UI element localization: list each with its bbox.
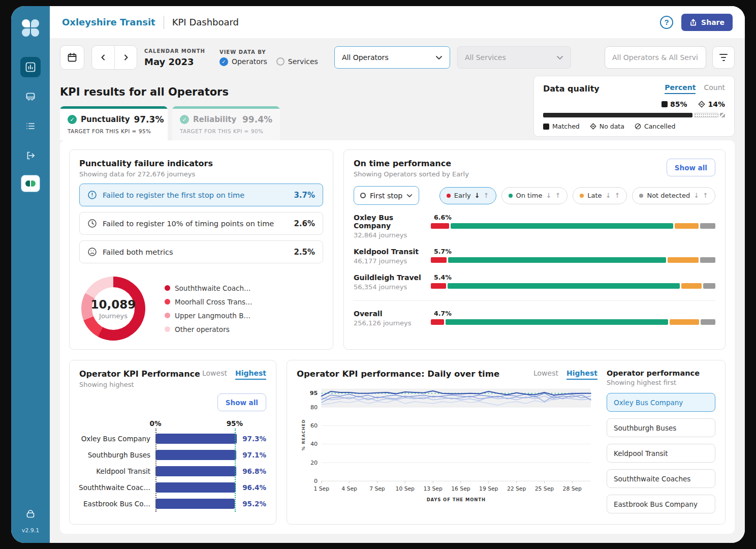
daily-title: Operator KPI performance: Daily over tim… <box>297 369 499 379</box>
failure-row-both-metrics[interactable]: Failed both metrics2.5% <box>79 240 323 263</box>
sort-desc-icon[interactable]: ↓ <box>475 192 480 199</box>
okp-category-labels: Oxley Bus Company Southburgh Buses Keldp… <box>79 431 155 512</box>
sort-chip-early[interactable]: Early↓↑ <box>439 187 496 204</box>
check-circle-icon: ✓ <box>180 115 189 124</box>
share-button[interactable]: Share <box>681 14 733 31</box>
nav-list[interactable] <box>20 116 41 136</box>
stacked-bar <box>431 319 715 325</box>
svg-text:13 Sep: 13 Sep <box>423 485 443 492</box>
late-dot-icon <box>580 194 584 198</box>
calendar-button[interactable] <box>60 45 84 70</box>
daily-toggle-lowest[interactable]: Lowest <box>533 369 558 377</box>
bar <box>155 499 235 509</box>
cancelled-segment <box>720 113 725 117</box>
filter-button[interactable] <box>712 46 735 69</box>
search-input[interactable] <box>605 46 706 69</box>
svg-text:20: 20 <box>310 460 318 466</box>
svg-text:40: 40 <box>310 441 318 447</box>
dq-toggle-count[interactable]: Count <box>704 83 725 94</box>
calendar-icon <box>67 52 78 63</box>
calendar-month-value: May 2023 <box>144 56 205 67</box>
section-title: KPI results for all Operators <box>60 86 533 98</box>
app-glyph-icon <box>25 180 30 187</box>
ontime-show-all-button[interactable]: Show all <box>667 159 715 176</box>
top-header: Oxleyshire Transit KPI Dashboard ? Share <box>50 6 745 38</box>
svg-text:DAYS OF THE MONTH: DAYS OF THE MONTH <box>427 497 486 502</box>
svg-text:28 Sep: 28 Sep <box>563 485 582 492</box>
operator-button-southburgh[interactable]: Southburgh Buses <box>607 418 715 437</box>
check-circle-icon: ✓ <box>68 115 77 124</box>
on-time-dot-icon <box>509 194 513 198</box>
divider <box>354 300 715 301</box>
sort-asc-icon[interactable]: ↑ <box>703 192 708 199</box>
radio-services[interactable]: Services <box>276 57 318 66</box>
next-month-button[interactable] <box>114 46 137 69</box>
month-stepper <box>91 45 137 70</box>
operator-button-eastbrook[interactable]: Eastbrook Bus Company <box>607 495 715 513</box>
sort-desc-icon[interactable]: ↓ <box>694 192 699 199</box>
failure-row-timing-points[interactable]: Failed to register 10% of timing points … <box>79 212 323 235</box>
nav-app-launcher[interactable] <box>21 175 40 192</box>
not-detected-dot-icon <box>639 194 643 198</box>
app-glyph-icon <box>31 180 36 187</box>
no-data-diamond-icon <box>698 101 705 108</box>
sad-face-icon <box>87 247 97 257</box>
operators-dropdown[interactable]: All Operators <box>334 46 450 69</box>
okp-toggle-highest[interactable]: Highest <box>235 369 266 380</box>
toolbar: CALENDAR MONTH May 2023 VIEW DATA BY ✓Op… <box>60 45 735 70</box>
okp-show-all-button[interactable]: Show all <box>217 393 266 411</box>
radio-operators[interactable]: ✓Operators <box>219 57 267 66</box>
share-upload-icon <box>689 18 697 26</box>
prev-month-button[interactable] <box>92 46 114 69</box>
help-button[interactable]: ? <box>660 16 673 29</box>
first-stop-dropdown[interactable]: First stop <box>354 186 419 205</box>
sort-asc-icon[interactable]: ↑ <box>484 192 489 199</box>
tab-punctuality[interactable]: ✓ Punctuality 97.3% TARGET FOR THIS KPI … <box>60 106 168 140</box>
donut-legend: Souththwaite Coach… Moorhall Cross Trans… <box>165 284 253 333</box>
logout-icon <box>25 150 36 161</box>
okp-toggle-lowest[interactable]: Lowest <box>202 369 227 377</box>
nav-logout[interactable] <box>20 145 41 166</box>
sidebar: v2.9.1 <box>11 6 50 543</box>
nav-dashboard[interactable] <box>20 57 41 77</box>
svg-text:10 Sep: 10 Sep <box>396 485 415 492</box>
sort-chip-late[interactable]: Late↓↑ <box>573 187 627 204</box>
okp-bar-chart: 0% 95% Oxley Bus Company Southburgh Buse… <box>79 419 266 512</box>
failure-indicators-card: Punctuality failure indicators Showing d… <box>69 149 333 350</box>
svg-text:7 Sep: 7 Sep <box>369 485 385 492</box>
operator-button-keldpool[interactable]: Keldpool Transit <box>607 444 715 463</box>
chevron-right-icon <box>122 54 130 61</box>
operator-performance-panel: Operator performance Showing highest fir… <box>607 369 715 515</box>
svg-text:16 Sep: 16 Sep <box>451 485 470 492</box>
sort-asc-icon[interactable]: ↑ <box>615 192 620 199</box>
donut-center-value: 10,089 <box>91 298 136 311</box>
calendar-month-block: CALENDAR MONTH May 2023 <box>144 48 205 67</box>
operator-button-souththwaite[interactable]: Souththwaite Coaches <box>607 469 715 488</box>
filter-icon <box>719 54 728 55</box>
operator-kpi-card: Operator KPI Performance Showing highest… <box>69 360 276 525</box>
page-title: KPI Dashboard <box>172 17 239 27</box>
nav-vehicles[interactable] <box>20 86 41 107</box>
data-quality-title: Data quality <box>543 84 600 94</box>
brand-logo-icon <box>22 19 39 37</box>
sort-chip-not-detected[interactable]: Not detected↓↑ <box>632 187 715 204</box>
sort-asc-icon[interactable]: ↑ <box>555 192 560 199</box>
services-dropdown[interactable]: All Services <box>457 46 571 69</box>
svg-text:80: 80 <box>310 404 318 411</box>
chevron-left-icon <box>100 54 107 61</box>
matched-square-icon <box>662 101 668 107</box>
svg-text:22 Sep: 22 Sep <box>507 485 526 492</box>
dq-toggle-percent[interactable]: Percent <box>665 83 696 94</box>
daily-toggle-highest[interactable]: Highest <box>566 369 597 380</box>
sort-desc-icon[interactable]: ↓ <box>606 192 611 199</box>
sort-chip-on-time[interactable]: On time↓↑ <box>501 187 568 204</box>
tab-reliability[interactable]: ✓ Reliability 99.4% TARGET FOR THIS KPI … <box>172 106 280 140</box>
sort-desc-icon[interactable]: ↓ <box>546 192 552 199</box>
chevron-down-icon <box>556 55 563 60</box>
lock-icon <box>24 508 37 520</box>
on-time-performance-card: On time performance Showing Operators so… <box>343 149 726 350</box>
svg-text:95: 95 <box>310 390 318 396</box>
operator-button-oxley[interactable]: Oxley Bus Company <box>607 393 715 412</box>
axis-tick-0: 0% <box>150 419 162 428</box>
failure-row-first-stop[interactable]: Failed to register the first stop on tim… <box>79 184 323 206</box>
